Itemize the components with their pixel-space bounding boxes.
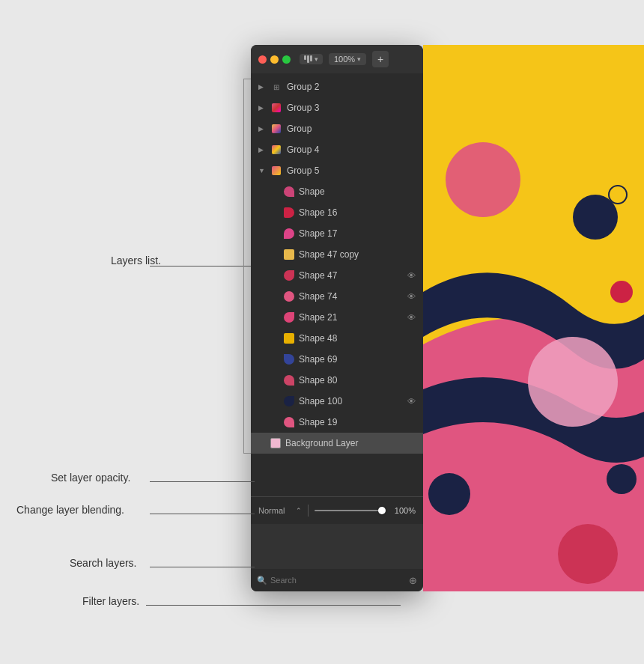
filter-icon[interactable]: ⊕ (409, 575, 417, 586)
artwork (423, 45, 644, 591)
layer-name: Group 2 (287, 82, 416, 92)
layer-item[interactable]: ▼ Group 5 (251, 160, 423, 181)
shape-thumb (284, 354, 294, 365)
layer-name: Shape 74 (299, 291, 403, 302)
close-button[interactable] (258, 55, 267, 64)
layer-item[interactable]: ▶ ⊞ Group 2 (251, 76, 423, 97)
view-icon (304, 55, 312, 63)
layer-name: Shape 69 (299, 354, 416, 365)
layer-item[interactable]: Shape 47 copy (251, 244, 423, 265)
svg-point-1 (446, 142, 520, 217)
zoom-value: 100% (334, 55, 355, 64)
shape-thumb (284, 417, 294, 427)
shape-thumb (284, 228, 294, 239)
expand-arrow-icon: ▶ (258, 125, 266, 133)
layer-item[interactable]: Shape 100 👁 (251, 391, 423, 412)
group-thumb (270, 103, 282, 112)
layer-name: Shape 16 (299, 207, 416, 218)
shape-thumb (284, 333, 294, 344)
annotation-label: Filter layers. (82, 595, 139, 607)
annotation-label: Layers list. (111, 255, 161, 266)
visibility-icon[interactable]: 👁 (407, 313, 416, 322)
annotation-label: Set layer opacity. (51, 472, 130, 484)
layer-name: Shape 47 copy (299, 249, 416, 260)
layer-name: Group 3 (287, 103, 416, 113)
expand-arrow-icon: ▶ (258, 104, 266, 112)
layer-item[interactable]: Shape 47 👁 (251, 265, 423, 286)
annotation-set-opacity: Set layer opacity. (51, 472, 130, 484)
annotation-line (150, 514, 255, 514)
layer-name: Shape 80 (299, 375, 416, 386)
opacity-slider[interactable] (315, 510, 386, 511)
svg-point-4 (607, 464, 637, 494)
traffic-lights (258, 55, 291, 64)
shape-thumb (284, 396, 294, 406)
layer-name: Shape 19 (299, 417, 416, 427)
layer-item[interactable]: Shape 21 👁 (251, 307, 423, 328)
layer-item[interactable]: Shape 19 (251, 412, 423, 433)
expand-arrow-icon: ▶ (258, 83, 266, 91)
zoom-control[interactable]: 100% ▾ (329, 53, 366, 65)
bottom-bar: Normal ⌃ 100% 🔍 ⊕ (251, 496, 423, 591)
maximize-button[interactable] (282, 55, 291, 64)
search-input[interactable] (270, 576, 406, 585)
layer-name: Shape 48 (299, 333, 416, 344)
blend-mode-label: Normal (258, 506, 290, 515)
layer-item[interactable]: ▶ Group (251, 118, 423, 139)
minimize-button[interactable] (270, 55, 279, 64)
layer-name: Shape 100 (299, 396, 403, 406)
divider (308, 505, 309, 517)
layer-name: Group (287, 124, 416, 134)
annotation-layers-list: Layers list. (111, 255, 161, 266)
svg-point-8 (428, 473, 470, 515)
visibility-icon[interactable]: 👁 (407, 292, 416, 301)
layer-item[interactable]: Shape 48 (251, 328, 423, 349)
blend-stepper[interactable]: ⌃ (296, 507, 302, 514)
svg-point-7 (558, 524, 618, 584)
layers-list[interactable]: ▶ ⊞ Group 2 ▶ Group 3 ▶ Group ▶ Group (251, 73, 423, 496)
annotation-line (150, 266, 251, 266)
layers-panel: ▾ 100% ▾ + ▶ ⊞ Group 2 ▶ Group 3 ▶ (251, 45, 423, 591)
shape-thumb (284, 207, 294, 218)
opacity-value: 100% (392, 506, 416, 515)
canvas-area (423, 45, 644, 591)
layer-item[interactable]: Shape 80 (251, 370, 423, 391)
search-icon: 🔍 (257, 576, 267, 585)
layer-item[interactable]: Shape 16 (251, 202, 423, 223)
expand-arrow-icon: ▶ (258, 146, 266, 153)
group-icon: ⊞ (270, 83, 282, 91)
search-row: 🔍 ⊕ (251, 569, 423, 591)
shape-thumb (284, 312, 294, 323)
background-layer-item[interactable]: Background Layer (251, 433, 423, 454)
view-switcher[interactable]: ▾ (300, 54, 323, 64)
annotation-change-blending: Change layer blending. (16, 504, 124, 516)
svg-point-6 (609, 186, 627, 204)
layer-item[interactable]: Shape 74 👁 (251, 286, 423, 307)
layer-name: Shape (299, 186, 416, 197)
group-thumb (270, 166, 282, 175)
group-thumb (270, 145, 282, 154)
layer-item[interactable]: Shape 69 (251, 349, 423, 370)
layer-name: Shape 21 (299, 312, 403, 323)
annotation-filter-layers: Filter layers. (82, 595, 139, 607)
add-button[interactable]: + (372, 51, 389, 67)
annotation-label: Change layer blending. (16, 504, 124, 516)
svg-point-5 (610, 281, 633, 303)
annotation-line (146, 605, 401, 606)
opacity-row: Normal ⌃ 100% (251, 497, 423, 524)
layer-name: Group 4 (287, 144, 416, 155)
visibility-icon[interactable]: 👁 (407, 397, 416, 406)
bracket-bottom (243, 453, 251, 454)
layer-item[interactable]: Shape 17 (251, 223, 423, 244)
visibility-icon[interactable]: 👁 (407, 271, 416, 280)
layer-name: Shape 17 (299, 228, 416, 239)
opacity-slider-thumb (378, 507, 386, 514)
layer-item[interactable]: Shape (251, 181, 423, 202)
bracket-left (243, 79, 244, 453)
layer-item[interactable]: ▶ Group 3 (251, 97, 423, 118)
bracket-top (243, 79, 251, 79)
blend-preview (251, 524, 423, 569)
annotation-line (150, 481, 255, 482)
layer-name: Group 5 (287, 165, 416, 176)
layer-item[interactable]: ▶ Group 4 (251, 139, 423, 160)
